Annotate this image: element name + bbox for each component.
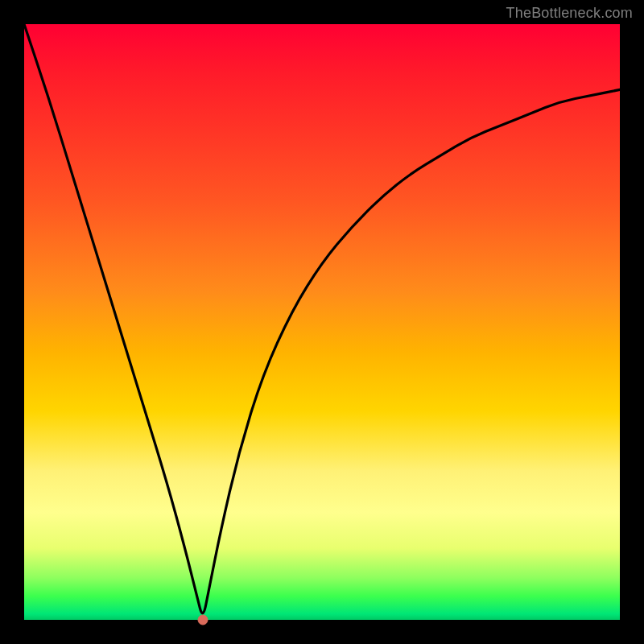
- optimum-marker: [198, 615, 208, 625]
- bottleneck-curve: [24, 24, 620, 613]
- chart-frame: TheBottleneck.com: [0, 0, 644, 644]
- curve-svg: [24, 24, 620, 620]
- attribution-watermark: TheBottleneck.com: [506, 5, 633, 22]
- plot-area: [24, 24, 620, 620]
